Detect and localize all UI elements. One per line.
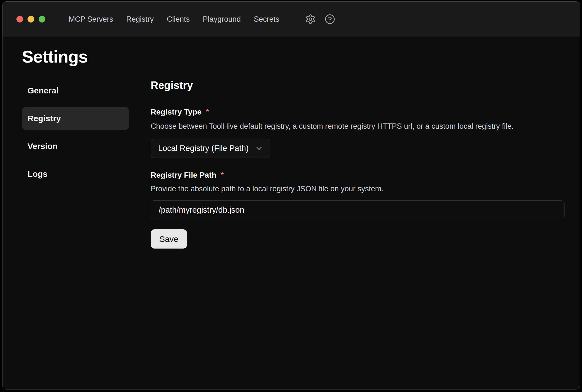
registry-file-path-input[interactable] <box>151 200 564 219</box>
sidebar-item-general[interactable]: General <box>22 79 129 102</box>
registry-file-path-label: Registry File Path <box>151 171 217 180</box>
registry-type-label: Registry Type <box>151 108 202 116</box>
section-title: Registry <box>151 79 564 92</box>
app-window: MCP Servers Registry Clients Playground … <box>2 1 580 389</box>
registry-settings-panel: Registry Registry Type * Choose between … <box>151 79 564 249</box>
sidebar-item-logs[interactable]: Logs <box>22 163 129 185</box>
minimize-window-button[interactable] <box>28 16 34 23</box>
help-icon[interactable] <box>325 14 335 24</box>
nav-item-registry[interactable]: Registry <box>126 14 154 25</box>
sidebar-item-version[interactable]: Version <box>22 135 129 158</box>
window-controls <box>16 16 45 23</box>
zoom-window-button[interactable] <box>39 16 45 23</box>
registry-type-select[interactable]: Local Registry (File Path) <box>151 139 270 158</box>
close-window-button[interactable] <box>16 16 23 23</box>
settings-sidebar: General Registry Version Logs <box>22 79 129 249</box>
nav-item-mcp-servers[interactable]: MCP Servers <box>69 14 113 25</box>
sidebar-item-registry[interactable]: Registry <box>22 107 129 130</box>
required-asterisk: * <box>206 108 209 116</box>
registry-type-description: Choose between ToolHive default registry… <box>151 121 564 131</box>
chevron-down-icon <box>255 144 263 153</box>
page-title: Settings <box>22 48 562 65</box>
save-button[interactable]: Save <box>151 229 187 249</box>
registry-file-path-description: Provide the absolute path to a local reg… <box>151 184 564 194</box>
titlebar: MCP Servers Registry Clients Playground … <box>3 2 580 37</box>
nav-item-secrets[interactable]: Secrets <box>254 14 279 25</box>
nav-item-playground[interactable]: Playground <box>203 14 241 25</box>
main-nav: MCP Servers Registry Clients Playground … <box>69 14 279 25</box>
registry-type-selected-value: Local Registry (File Path) <box>158 144 249 153</box>
nav-item-clients[interactable]: Clients <box>167 14 190 25</box>
required-asterisk: * <box>221 171 224 180</box>
titlebar-divider <box>295 8 295 31</box>
settings-gear-icon[interactable] <box>305 14 316 24</box>
